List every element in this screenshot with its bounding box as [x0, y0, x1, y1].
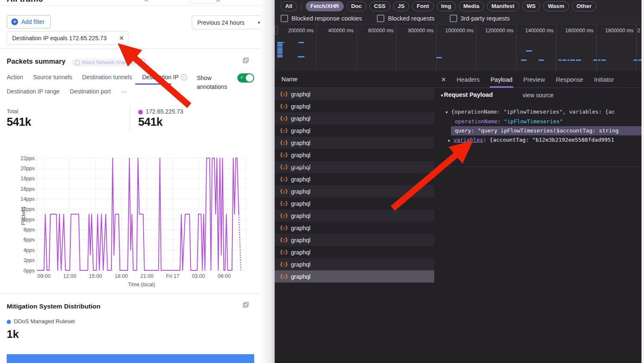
tab-destinationiprange[interactable]: Destination IP range: [7, 88, 60, 95]
close-icon[interactable]: ✕: [441, 76, 446, 83]
request-row[interactable]: {:}graphql: [275, 258, 434, 270]
waterfall-bar: [283, 42, 284, 43]
json-braces-icon: {:}: [280, 152, 288, 158]
request-row[interactable]: {:}graphql: [275, 197, 434, 210]
checkbox-blocked-requests[interactable]: Blocked requests: [377, 15, 434, 22]
tab-source-tunnels[interactable]: Source tunnels: [33, 74, 72, 80]
timeline-tick-label: 1800000 ms: [597, 28, 634, 34]
show-annotations-toggle[interactable]: ✓: [237, 73, 254, 83]
request-row[interactable]: {:}graphql: [275, 100, 434, 112]
toggle-knob: [246, 74, 253, 82]
filter-pill-font[interactable]: Font: [412, 1, 433, 11]
payload-preview-line[interactable]: ▼ {operationName: "ipFlowTimeseries", va…: [446, 109, 641, 115]
clipped-control: [144, 0, 148, 1]
y-tick-label: 4pps: [23, 247, 35, 253]
waterfall-bar: [277, 47, 283, 49]
waterfall-bar: [638, 60, 641, 61]
tab-destination-ip[interactable]: Destination IPi: [142, 74, 187, 80]
filter-pill-doc[interactable]: Doc: [347, 1, 367, 11]
request-name: graphql: [291, 261, 311, 268]
waterfall-bar: [277, 56, 283, 57]
filter-pill-wasm[interactable]: Wasm: [543, 1, 569, 11]
filter-chip-label: Destination IP equals 172.65.225.73: [12, 35, 106, 41]
request-row[interactable]: {:}graphql: [275, 246, 434, 258]
request-payload-section[interactable]: ▼Request Payload: [440, 91, 493, 98]
tab-action[interactable]: Action: [7, 74, 23, 80]
plus-icon: +: [11, 18, 18, 25]
series-legend-label: 172.65.225.73: [146, 108, 183, 115]
request-filter-checkboxes: Blocked response cookiesBlocked requests…: [275, 13, 641, 24]
view-source-link[interactable]: view source: [523, 92, 554, 99]
network-request-list: Name {:}graphql{:}graphql{:}graphql{:}gr…: [275, 71, 435, 363]
timeline-tick-label: 600000 ms: [357, 28, 394, 34]
tab-label: Source tunnels: [33, 74, 72, 80]
add-filter-button[interactable]: + Add filter: [7, 15, 51, 29]
time-range-dropdown[interactable]: Previous 24 hours ▾: [192, 16, 261, 29]
waterfall-bar: [277, 45, 283, 47]
remove-filter-icon[interactable]: ✕: [119, 35, 124, 41]
timeline-tick-label: 1200000 ms: [477, 28, 514, 34]
payload-variables-row[interactable]: ▶ variables: {accountTag: "b12e3b2192ee5…: [448, 137, 641, 143]
request-row[interactable]: {:}graphql: [275, 124, 434, 137]
request-row[interactable]: {:}graphql: [275, 149, 434, 161]
filter-pill-manifest[interactable]: Manifest: [487, 1, 519, 11]
divider: [130, 106, 130, 132]
request-row[interactable]: {:}graphql: [275, 173, 434, 185]
popout-icon[interactable]: [243, 302, 249, 308]
filter-pill-js[interactable]: JS: [393, 1, 410, 11]
detail-tab-headers[interactable]: Headers: [457, 71, 480, 88]
x-tick-label: Fri 17: [166, 273, 180, 279]
json-braces-icon: {:}: [280, 262, 288, 267]
tab-destinationport[interactable]: Destination port: [70, 88, 111, 95]
waterfall-bar: [526, 50, 532, 52]
mitigation-legend-label: DDoS Managed Ruleset: [14, 318, 75, 324]
checkbox-blocked-response-cookies[interactable]: Blocked response cookies: [281, 15, 362, 22]
filter-pill-fetchxhr[interactable]: Fetch/XHR: [306, 1, 343, 11]
request-row[interactable]: {:}graphql: [275, 88, 434, 100]
filter-pill-ws[interactable]: WS: [522, 1, 541, 11]
filter-pill-all[interactable]: All: [281, 1, 297, 11]
request-row[interactable]: {:}graphql: [275, 210, 434, 222]
payload-query-row[interactable]: query: "query ipFlowTimeseries($accountT…: [455, 127, 641, 134]
x-tick-label: 18:00: [115, 273, 128, 279]
checkbox-box: [377, 15, 384, 22]
y-tick-label: 20pps: [21, 166, 35, 171]
detail-tab-payload[interactable]: Payload: [490, 71, 512, 88]
detail-tab-response[interactable]: Response: [556, 71, 583, 88]
about-network-analytics-badge[interactable]: About Network Analytics: [71, 58, 139, 67]
json-braces-icon: {:}: [280, 116, 288, 122]
waterfall-bar: [277, 52, 283, 54]
tab-[interactable]: ···: [121, 88, 127, 95]
name-column-header[interactable]: Name: [275, 71, 434, 88]
checkbox-3rd-party-requests[interactable]: 3rd-party requests: [450, 15, 510, 22]
request-row[interactable]: {:}graphql: [275, 222, 434, 234]
filter-pill-css[interactable]: CSS: [369, 1, 390, 11]
filter-pill-media[interactable]: Media: [459, 1, 484, 11]
x-axis-title: Time (local): [128, 282, 155, 288]
tab-label: Destination tunnels: [82, 74, 132, 80]
json-braces-icon: {:}: [280, 91, 288, 97]
filter-chip[interactable]: Destination IP equals 172.65.225.73 ✕: [7, 31, 129, 45]
json-braces-icon: {:}: [280, 249, 288, 255]
request-row[interactable]: {:}graphql: [275, 112, 434, 124]
filter-pill-img[interactable]: Img: [437, 1, 456, 11]
waterfall-bar: [521, 60, 527, 61]
request-name: graphql: [291, 127, 311, 134]
network-overview-timeline[interactable]: 200000 ms400000 ms600000 ms800000 ms1000…: [275, 24, 641, 72]
packets-summary-tabs-row2: Destination IP rangeDestination port···: [7, 88, 127, 95]
detail-tab-preview[interactable]: Preview: [523, 71, 545, 88]
popout-icon[interactable]: [243, 57, 249, 63]
tab-destination-tunnels[interactable]: Destination tunnels: [82, 74, 132, 80]
divider: [0, 48, 261, 49]
request-row[interactable]: {:}graphql: [275, 185, 434, 197]
request-name: graphql: [291, 164, 311, 171]
filter-pill-other[interactable]: Other: [572, 1, 596, 11]
request-row[interactable]: {:}graphql: [275, 234, 434, 246]
request-row[interactable]: {:}graphql: [275, 270, 434, 283]
detail-tab-initiator[interactable]: Initiator: [594, 71, 614, 88]
page-title: All traffic: [7, 0, 43, 4]
request-row[interactable]: {:}graphql: [275, 137, 434, 149]
request-row[interactable]: {:}graphql: [275, 161, 434, 173]
book-icon: [75, 60, 80, 65]
triangle-down-icon: ▼: [446, 110, 448, 114]
